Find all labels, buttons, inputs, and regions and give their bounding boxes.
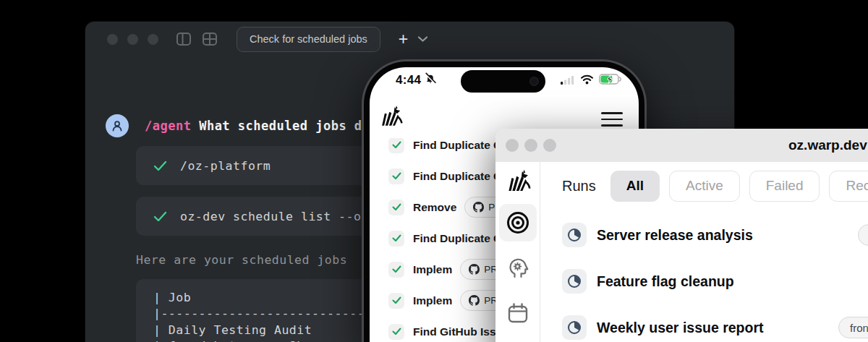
phone-statusbar: 4:44 [370, 67, 639, 96]
wifi-icon [580, 74, 594, 87]
warp-logo [505, 169, 531, 196]
task-check-icon [388, 200, 404, 215]
browser-window: oz.warp.dev Runs All Active Failed Recu [495, 129, 868, 342]
task-label: Remove [413, 201, 456, 214]
task-check-icon [388, 324, 404, 340]
browser-titlebar: oz.warp.dev [495, 129, 868, 162]
split-pane-icon[interactable] [176, 31, 192, 47]
warp-logo [378, 105, 403, 131]
check-icon [153, 161, 167, 171]
run-status-pie-icon [562, 269, 587, 294]
run-title: Server release analysis [597, 227, 753, 244]
runs-nav-label: Runs [562, 178, 596, 194]
sidebar-item-runs[interactable] [499, 204, 537, 241]
run-status-pie-icon [562, 223, 587, 247]
minimize-window-button[interactable] [524, 139, 537, 152]
mute-bell-icon [425, 72, 436, 87]
sidebar-item-agents[interactable] [499, 249, 537, 287]
close-window-button[interactable] [107, 34, 118, 45]
mind-gear-icon [506, 256, 530, 281]
github-icon [469, 264, 480, 275]
agent-command-line: /agent What scheduled jobs do [145, 119, 370, 133]
run-row[interactable]: Feature flag cleanup frontier [562, 258, 868, 304]
github-icon [469, 295, 480, 306]
close-window-button[interactable] [506, 139, 519, 152]
phone-clock: 4:44 [396, 73, 421, 87]
command-block-text: /oz-platform [180, 159, 271, 173]
filter-chip-recurring[interactable]: Recurring [829, 171, 868, 202]
app-sidebar [495, 162, 540, 342]
runs-panel: Runs All Active Failed Recurring Server … [540, 162, 868, 342]
task-check-icon [388, 138, 404, 153]
filter-row: Runs All Active Failed Recurring [562, 169, 868, 202]
battery-charging-icon [599, 74, 621, 87]
task-label: Implem [413, 263, 452, 276]
check-icon [153, 211, 167, 222]
run-row[interactable]: Weekly user issue report frontier-env [562, 304, 868, 342]
github-icon [473, 202, 484, 213]
env-badge: frontier-e [858, 224, 868, 246]
task-check-icon [388, 168, 404, 184]
target-icon [506, 210, 530, 235]
dynamic-island [461, 70, 545, 93]
filter-chip-all[interactable]: All [610, 171, 660, 202]
task-check-icon [388, 231, 404, 247]
task-check-icon [388, 293, 404, 309]
grid-layout-icon[interactable] [202, 31, 218, 47]
terminal-titlebar: Check for scheduled jobs + [85, 22, 734, 56]
run-status-pie-icon [562, 315, 587, 340]
run-title: Feature flag cleanup [597, 273, 734, 290]
terminal-tab[interactable]: Check for scheduled jobs [237, 27, 380, 52]
front-camera [529, 77, 539, 86]
terminal-tab-title: Check for scheduled jobs [250, 33, 367, 45]
menu-hamburger-icon[interactable] [601, 112, 623, 127]
run-title: Weekly user issue report [597, 320, 764, 336]
task-label: Implem [413, 294, 452, 307]
agent-response-text: Here are your scheduled jobs [136, 253, 347, 267]
calendar-icon [506, 302, 530, 326]
traffic-lights [107, 34, 158, 45]
zoom-window-button[interactable] [543, 139, 556, 152]
zoom-window-button[interactable] [148, 34, 158, 45]
browser-traffic-lights [506, 139, 556, 152]
sidebar-item-schedule[interactable] [499, 295, 537, 333]
filter-chip-active[interactable]: Active [669, 171, 740, 202]
minimize-window-button[interactable] [127, 34, 138, 45]
filter-chip-failed[interactable]: Failed [749, 171, 820, 202]
agent-command-text: What scheduled jobs do [191, 119, 370, 133]
agent-command-prefix: /agent [145, 119, 191, 133]
address-bar-url[interactable]: oz.warp.dev [788, 137, 867, 153]
run-row[interactable]: Server release analysis frontier-e [562, 212, 868, 258]
new-tab-button[interactable]: + [399, 31, 408, 48]
env-badge: frontier-env [838, 317, 868, 338]
runs-list: Server release analysis frontier-e Featu… [562, 212, 868, 342]
cellular-signal-icon [561, 74, 575, 87]
user-avatar [106, 114, 129, 137]
tab-dropdown-chevron-icon[interactable] [417, 35, 428, 43]
task-check-icon [388, 262, 404, 278]
command-block-text: oz-dev schedule list --o [180, 210, 361, 223]
